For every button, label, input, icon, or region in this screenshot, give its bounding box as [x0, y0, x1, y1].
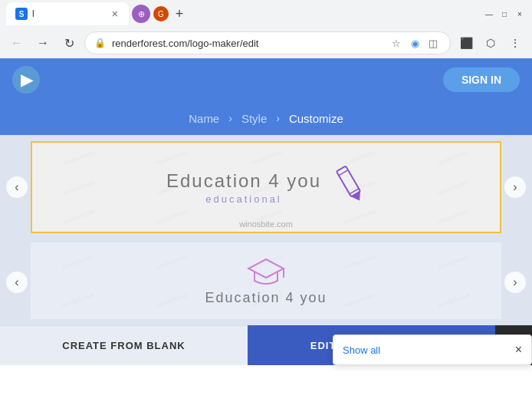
logo-content-2: Education 4 you: [205, 256, 327, 306]
site-header: ▶ SIGN IN: [0, 58, 532, 101]
show-all-btn[interactable]: Show all: [343, 344, 380, 356]
active-tab[interactable]: S l ×: [6, 2, 129, 25]
back-btn[interactable]: ←: [6, 32, 28, 54]
next-btn-1[interactable]: ›: [504, 176, 526, 198]
wizard-chevron-2: ›: [276, 112, 280, 124]
tab-favicon-3: G: [153, 6, 169, 21]
save-btn[interactable]: ⬛: [455, 32, 477, 54]
logo-card-2[interactable]: renderforest renderforest renderforest r…: [31, 242, 501, 319]
new-tab-button[interactable]: +: [169, 3, 190, 25]
wizard-chevron-1: ›: [228, 112, 232, 124]
wizard-step-name[interactable]: Name: [189, 112, 219, 125]
url-text: renderforest.com/logo-maker/edit: [112, 38, 383, 49]
notification-bar: Show all ×: [333, 334, 532, 365]
minimize-btn[interactable]: —: [483, 8, 495, 20]
tab-favicon: S: [15, 8, 28, 20]
notification-close-btn[interactable]: ×: [515, 343, 522, 357]
watermark-label: winosbite.com: [239, 219, 293, 229]
window-controls: — □ ×: [483, 8, 526, 20]
logo-content-1: Education 4 you educational: [166, 170, 366, 205]
svg-line-2: [339, 170, 348, 176]
next-btn-2[interactable]: ›: [504, 272, 526, 293]
tab-close-btn[interactable]: ×: [110, 6, 120, 21]
url-actions: ☆ ◉ ◫: [389, 35, 441, 51]
lock-icon: 🔒: [94, 38, 106, 48]
share-btn[interactable]: ⬡: [480, 32, 501, 54]
wizard-step-customize[interactable]: Customize: [289, 112, 343, 125]
sign-in-button[interactable]: SIGN IN: [443, 68, 520, 92]
title-bar: S l × ⊕ G + — □ ×: [0, 0, 532, 28]
svg-rect-0: [337, 166, 360, 196]
carousel-section-2: ‹ renderforest renderforest renderforest…: [0, 239, 532, 325]
logo-icon: ▶: [21, 71, 32, 89]
reload-btn[interactable]: ↻: [58, 32, 80, 54]
wizard-nav: Name › Style › Customize: [0, 101, 532, 135]
browser-actions: ⬛ ⬡ ⋮: [455, 32, 526, 54]
logo-sub-text-1: educational: [205, 193, 282, 205]
grad-hat-icon: [247, 256, 285, 287]
pencil-icon: [333, 163, 366, 203]
address-bar: ← → ↻ 🔒 renderforest.com/logo-maker/edit…: [0, 28, 532, 58]
create-blank-button[interactable]: CREATE FROM BLANK: [0, 325, 248, 365]
tab-bar: S l × ⊕ G +: [6, 0, 480, 28]
ext2-icon[interactable]: ◫: [425, 35, 441, 51]
forward-btn[interactable]: →: [32, 32, 54, 54]
site-logo: ▶: [12, 66, 40, 94]
svg-marker-1: [351, 191, 364, 203]
logo-main-text-2: Education 4 you: [205, 290, 327, 306]
bookmark-icon[interactable]: ☆: [389, 35, 404, 51]
prev-btn-2[interactable]: ‹: [6, 272, 28, 293]
close-btn[interactable]: ×: [514, 8, 526, 20]
svg-marker-4: [248, 259, 284, 278]
logo-card-1[interactable]: renderforest renderforest renderforest r…: [31, 141, 501, 233]
url-bar[interactable]: 🔒 renderforest.com/logo-maker/edit ☆ ◉ ◫: [84, 31, 451, 54]
carousel-section-1: ‹ renderforest renderforest renderforest…: [0, 135, 532, 239]
page-content: ▶ SIGN IN Name › Style › Customize ‹: [0, 58, 532, 402]
ext1-icon[interactable]: ◉: [407, 35, 422, 51]
tab-label: l: [32, 8, 34, 19]
maximize-btn[interactable]: □: [498, 8, 511, 20]
tab-favicon-2: ⊕: [132, 5, 150, 23]
more-btn[interactable]: ⋮: [504, 32, 526, 54]
logo-main-text-1: Education 4 you: [166, 170, 321, 192]
prev-btn-1[interactable]: ‹: [6, 176, 28, 198]
wizard-step-style[interactable]: Style: [241, 112, 267, 125]
main-area: ‹ renderforest renderforest renderforest…: [0, 135, 532, 365]
